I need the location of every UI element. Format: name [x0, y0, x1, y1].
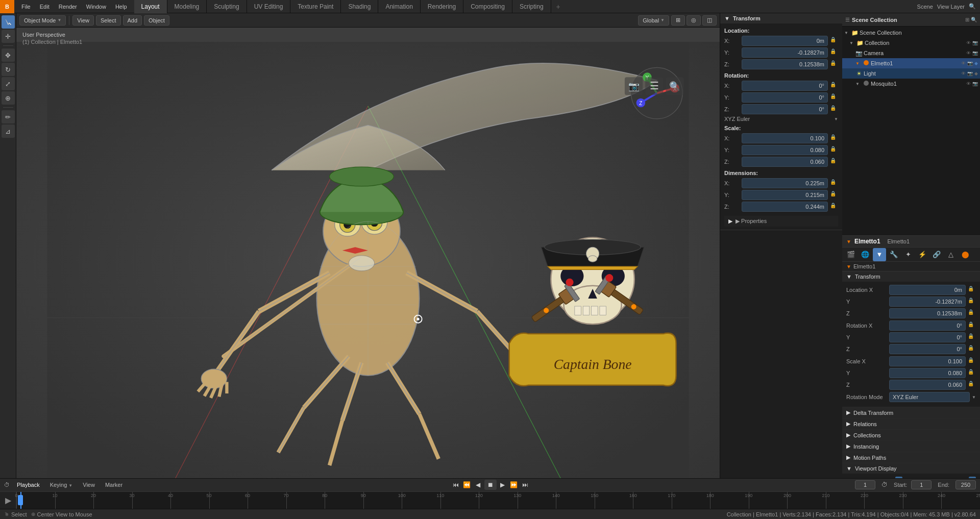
scale-y-input[interactable]: 0.080 [742, 145, 828, 155]
prev-keyframe-btn[interactable]: ⏪ [462, 480, 472, 490]
scene-name[interactable]: Scene [917, 4, 933, 10]
props-physics-btn[interactable]: ⚡ [916, 248, 929, 261]
location-y-input[interactable]: -0.12827m [742, 47, 828, 58]
obj-loc-y-lock[interactable]: 🔒 [968, 298, 976, 306]
rotation-z-lock[interactable]: 🔒 [830, 105, 838, 113]
rotation-x-lock[interactable]: 🔒 [830, 82, 838, 90]
view-layer-name[interactable]: View Layer [937, 4, 965, 10]
mosquito1-vis-btn[interactable]: 👁 [966, 81, 971, 86]
toolbar-measure-btn[interactable]: ⊿ [2, 125, 15, 138]
timeline-playback-btn[interactable]: Playback [14, 481, 43, 488]
collection-render-btn[interactable]: 📷 [972, 40, 978, 45]
timeline-track[interactable]: 0102030405060708090100110120130140150160… [16, 492, 980, 509]
tree-camera[interactable]: 📷 Camera 👁 📷 [842, 48, 980, 58]
rotation-x-input[interactable]: 0° [742, 81, 828, 91]
obj-scale-z-input[interactable]: 0.060 [889, 380, 966, 390]
obj-loc-x-lock[interactable]: 🔒 [968, 286, 976, 294]
viewport-display-header[interactable]: ▼ Viewport Display [842, 463, 980, 474]
dimensions-z-input[interactable]: 0.244m [742, 202, 828, 212]
search-icon[interactable]: 🔍 [969, 3, 976, 10]
elmetto1-vis-btn[interactable]: 👁 [961, 61, 966, 66]
obj-transform-header[interactable]: ▼ Transform [842, 271, 980, 282]
obj-rot-z-lock[interactable]: 🔒 [968, 345, 976, 353]
light-extra-btn[interactable]: ◆ [974, 71, 978, 76]
props-material-btn[interactable]: ⬤ [959, 248, 972, 261]
viewport-3d[interactable]: User Perspective (1) Collection | Elmett… [16, 28, 720, 478]
tree-light[interactable]: ☀ Light 👁 📷 ◆ [842, 68, 980, 79]
rotation-mode-arrow[interactable]: ▼ [834, 117, 838, 121]
jump-end-btn[interactable]: ⏭ [520, 480, 530, 490]
menu-file[interactable]: File [17, 3, 35, 11]
menu-help[interactable]: Help [111, 3, 131, 11]
props-modifier-btn[interactable]: 🔧 [887, 248, 900, 261]
tree-elmetto1[interactable]: ▼ Elmetto1 👁 📷 ◆ [842, 58, 980, 68]
obj-loc-x-input[interactable]: 0m [889, 285, 966, 295]
viewport-add-btn[interactable]: Add [123, 15, 142, 26]
obj-scale-x-input[interactable]: 0.100 [889, 356, 966, 366]
obj-rot-y-input[interactable]: 0° [889, 332, 966, 342]
rotation-y-lock[interactable]: 🔒 [830, 93, 838, 102]
properties-section-btn[interactable]: ▶ ▶ Properties [724, 216, 838, 227]
tree-mosquito1[interactable]: ▼ Mosquito1 👁 📷 [842, 79, 980, 89]
play-reverse-btn[interactable]: ◀ [473, 480, 483, 490]
next-keyframe-btn[interactable]: ⏩ [509, 480, 519, 490]
obj-rot-x-lock[interactable]: 🔒 [968, 322, 976, 330]
obj-rot-y-lock[interactable]: 🔒 [968, 333, 976, 341]
location-z-input[interactable]: 0.12538m [742, 59, 828, 69]
tab-compositing[interactable]: Compositing [463, 0, 512, 13]
location-x-input[interactable]: 0m [742, 36, 828, 46]
tree-collection[interactable]: ▼ 📁 Collection 👁 📷 [842, 38, 980, 48]
proportional-btn[interactable]: ◎ [687, 15, 701, 26]
obj-loc-y-input[interactable]: -0.12827m [889, 296, 966, 307]
toolbar-annotate-btn[interactable]: ✏ [2, 110, 15, 123]
properties-header[interactable]: ▶ ▶ Properties [724, 216, 838, 227]
motion-paths-header[interactable]: ▶ Motion Paths [842, 452, 980, 463]
scale-y-lock[interactable]: 🔒 [830, 146, 838, 154]
location-z-lock[interactable]: 🔒 [830, 60, 838, 68]
jump-start-btn[interactable]: ⏮ [451, 480, 461, 490]
obj-rot-z-input[interactable]: 0° [889, 344, 966, 354]
viewport-select-btn[interactable]: Select [96, 15, 121, 26]
location-y-lock[interactable]: 🔒 [830, 48, 838, 57]
obj-scale-z-lock[interactable]: 🔒 [968, 381, 976, 389]
props-scene-btn[interactable]: 🎬 [844, 248, 857, 261]
collection-vis-btn[interactable]: 👁 [966, 40, 971, 45]
timeline-keying-btn[interactable]: Keying ▼ [47, 481, 76, 488]
dimensions-z-lock[interactable]: 🔒 [830, 203, 838, 211]
viewport-mode-btn[interactable]: Object Mode ▼ [19, 15, 66, 26]
obj-rot-mode-select[interactable]: XYZ Euler [889, 392, 970, 402]
xray-btn[interactable]: ◫ [702, 15, 717, 26]
tab-scripting[interactable]: Scripting [512, 0, 551, 13]
relations-header[interactable]: ▶ Relations [842, 418, 980, 429]
camera-vis-btn[interactable]: 👁 [966, 51, 971, 56]
transform-pivot-btn[interactable]: Global ▼ [638, 15, 669, 26]
props-world-btn[interactable]: 🌐 [859, 248, 872, 261]
scale-x-input[interactable]: 0.100 [742, 133, 828, 143]
props-object-btn[interactable]: ▼ [873, 248, 886, 261]
end-frame-input[interactable]: 250 [955, 480, 976, 489]
menu-render[interactable]: Render [55, 3, 81, 11]
scale-z-lock[interactable]: 🔒 [830, 158, 838, 166]
location-x-lock[interactable]: 🔒 [830, 37, 838, 45]
delta-transform-header[interactable]: ▶ Delta Transform [842, 407, 980, 418]
light-render-btn[interactable]: 📷 [967, 71, 973, 76]
collections-header[interactable]: ▶ Collections [842, 430, 980, 440]
toolbar-select-btn[interactable] [2, 15, 15, 29]
snap-btn[interactable]: ⊞ [671, 15, 685, 26]
dimensions-y-lock[interactable]: 🔒 [830, 191, 838, 199]
tab-shading[interactable]: Shading [341, 0, 378, 13]
tab-texture-paint[interactable]: Texture Paint [290, 0, 341, 13]
tab-sculpting[interactable]: Sculpting [207, 0, 247, 13]
tab-uv-editing[interactable]: UV Editing [247, 0, 291, 13]
props-particles-btn[interactable]: ✦ [901, 248, 915, 261]
viewport-object-btn[interactable]: Object [144, 15, 169, 26]
timeline-marker-btn[interactable]: Marker [102, 481, 126, 488]
toolbar-transform-btn[interactable]: ⊕ [2, 91, 15, 105]
rotation-z-input[interactable]: 0° [742, 104, 828, 114]
dimensions-x-lock[interactable]: 🔒 [830, 179, 838, 187]
obj-loc-z-input[interactable]: 0.12538m [889, 308, 966, 318]
rotation-y-input[interactable]: 0° [742, 92, 828, 103]
scale-z-input[interactable]: 0.060 [742, 157, 828, 167]
viewport-view-btn[interactable]: View [72, 15, 94, 26]
props-constraints-btn[interactable]: 🔗 [930, 248, 943, 261]
